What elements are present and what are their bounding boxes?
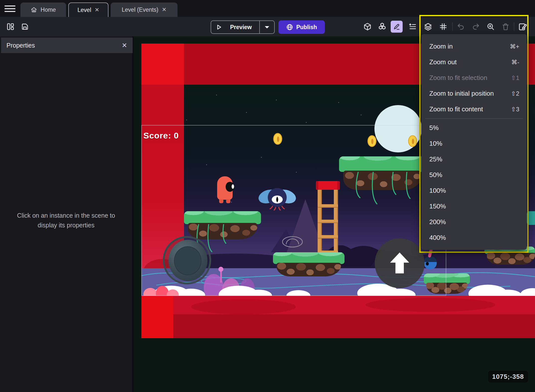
- properties-title: Properties: [6, 42, 35, 49]
- menu-item-zoom-200[interactable]: 200%: [421, 214, 527, 230]
- menu-item-zoom-400[interactable]: 400%: [421, 230, 527, 246]
- close-tab-icon[interactable]: ✕: [162, 6, 166, 13]
- menu-item-zoom-in[interactable]: Zoom in ⌘+: [421, 39, 527, 54]
- tab-bar: Home Level ✕ Level (Events) ✕: [0, 0, 535, 17]
- menu-item-zoom-100[interactable]: 100%: [421, 183, 527, 198]
- objects-cube-icon[interactable]: [361, 21, 373, 33]
- preview-label: Preview: [223, 24, 259, 31]
- close-tab-icon[interactable]: ✕: [95, 7, 99, 13]
- layout-panels-icon[interactable]: [4, 21, 16, 33]
- menu-item-zoom-fit-content[interactable]: Zoom to fit content ⇧3: [421, 101, 527, 117]
- menu-item-zoom-50[interactable]: 50%: [421, 167, 527, 183]
- properties-panel: Properties ✕ Click on an instance in the…: [0, 36, 134, 392]
- instances-list-icon[interactable]: [407, 21, 419, 33]
- arrow-up-icon: [385, 248, 415, 278]
- tab-level-active[interactable]: Level ✕: [68, 2, 108, 17]
- red-band-overlap[interactable]: [141, 44, 184, 85]
- menu-divider: [425, 118, 523, 119]
- preview-button[interactable]: Preview: [211, 20, 275, 34]
- properties-empty-hint: Click on an instance in the scene to dis…: [7, 211, 125, 230]
- home-icon: [31, 6, 37, 13]
- object-groups-icon[interactable]: [376, 21, 388, 33]
- properties-panel-header: Properties ✕: [1, 38, 133, 53]
- menu-item-zoom-5[interactable]: 5%: [421, 120, 527, 136]
- publish-label: Publish: [296, 24, 317, 31]
- zoom-dropdown-menu: Zoom in ⌘+ Zoom out ⌘- Zoom to fit selec…: [421, 34, 527, 250]
- tab-label: Level (Events): [122, 6, 158, 13]
- menu-item-zoom-10[interactable]: 10%: [421, 136, 527, 151]
- joystick-control-instance[interactable]: [163, 236, 211, 284]
- tab-home[interactable]: Home: [20, 2, 66, 17]
- play-icon: [215, 23, 223, 31]
- red-band-bottom[interactable]: [141, 296, 535, 338]
- menu-item-zoom-fit-selection: Zoom to fit selection ⇧1: [421, 70, 527, 86]
- tab-level-events[interactable]: Level (Events) ✕: [111, 2, 178, 17]
- menu-item-zoom-initial-position[interactable]: Zoom to initial position ⇧2: [421, 86, 527, 101]
- tab-label: Home: [41, 6, 56, 13]
- close-panel-icon[interactable]: ✕: [122, 42, 127, 49]
- menu-item-zoom-out[interactable]: Zoom out ⌘-: [421, 54, 527, 70]
- menu-item-zoom-150[interactable]: 150%: [421, 198, 527, 214]
- globe-icon: [286, 24, 293, 31]
- platform-dirt: [487, 253, 535, 265]
- tab-label: Level: [78, 7, 91, 13]
- jump-button-instance[interactable]: [375, 238, 425, 288]
- cursor-coordinates-badge: 1075;-358: [488, 371, 528, 383]
- publish-button[interactable]: Publish: [278, 20, 325, 34]
- hamburger-menu-icon[interactable]: [4, 5, 15, 12]
- menu-item-zoom-25[interactable]: 25%: [421, 151, 527, 167]
- edit-mode-pencil-icon[interactable]: [391, 21, 403, 33]
- save-icon[interactable]: [19, 21, 31, 33]
- red-band-bottom-left: [141, 296, 173, 338]
- score-hud-text: Score: 0: [143, 131, 179, 140]
- preview-dropdown-caret[interactable]: [260, 25, 274, 29]
- chevron-down-icon: [264, 25, 270, 29]
